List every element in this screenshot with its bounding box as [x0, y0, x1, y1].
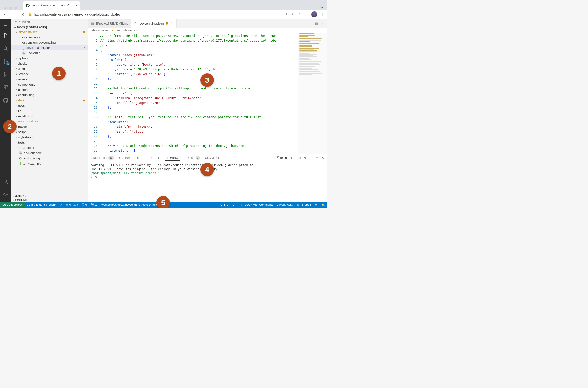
source-control-icon[interactable]: 1 — [0, 56, 11, 67]
tab-ports[interactable]: PORTS 1 — [184, 155, 200, 161]
search-icon[interactable] — [0, 43, 11, 54]
folder-item[interactable]: ›assets — [11, 76, 88, 82]
folder-item[interactable]: ›content — [11, 87, 88, 92]
new-tab-button[interactable]: + — [83, 3, 90, 10]
folder-item[interactable]: ›script — [11, 129, 88, 134]
folder-item[interactable]: ›library-scripts — [11, 34, 88, 40]
language-mode[interactable]: { } JSON with Comments — [238, 203, 275, 206]
file-item[interactable]: {}devcontainer.json5 — [11, 45, 88, 50]
breadcrumbs[interactable]: .devcontainer› {} devcontainer.json› ... — [88, 28, 327, 33]
folder-item[interactable]: ›.husky — [11, 61, 88, 66]
editor-tab[interactable]: {}devcontainer.json5✕ — [131, 19, 176, 27]
folder-item[interactable]: ›contributing — [11, 92, 88, 97]
star-icon[interactable]: ☆ — [298, 12, 301, 16]
new-terminal-button[interactable]: ＋⌄ — [290, 156, 295, 160]
chevron-down-icon: ⌄ — [14, 25, 16, 29]
close-icon[interactable]: ✕ — [171, 22, 173, 25]
spell-indicator[interactable]: ⚠ 6 Spell — [295, 203, 313, 206]
kebab-menu-icon[interactable]: ⋮ — [321, 12, 324, 16]
folder-item[interactable]: ›tests — [11, 140, 88, 145]
close-panel-icon[interactable]: ✕ — [322, 156, 324, 160]
folder-item[interactable]: ›components — [11, 82, 88, 87]
browser-tab[interactable]: devcontainer.json — docs [Cod… ✕ — [23, 1, 80, 10]
maximize-panel-icon[interactable]: ⌃ — [316, 156, 318, 160]
code-line: // - — [100, 43, 298, 48]
folder-item[interactable]: ›data● — [11, 97, 88, 103]
hamburger-menu-icon[interactable]: ☰ — [0, 20, 11, 28]
github-icon[interactable] — [0, 95, 11, 106]
file-icon: $ — [18, 162, 23, 165]
panel-icon[interactable]: ▭ — [305, 12, 307, 16]
remote-indicator[interactable]: ⎇ Codespaces — [0, 202, 25, 208]
folder-item[interactable]: ›stylesheets — [11, 134, 88, 140]
traffic-light-min[interactable] — [9, 7, 12, 10]
radio-icon: 📡 — [91, 203, 94, 206]
tab-close-icon[interactable]: ✕ — [75, 4, 77, 7]
share-icon[interactable]: ⇧ — [291, 12, 294, 16]
modified-count: 5 — [84, 46, 85, 49]
code-editor[interactable]: // For format details, see https://aka.m… — [100, 33, 298, 154]
trash-icon[interactable]: 🗑 — [304, 156, 307, 159]
folder-item[interactable]: ›.github — [11, 55, 88, 61]
sidebar-root[interactable]: ⌄ DOCS [CODESPACES] — [11, 25, 88, 29]
file-item[interactable]: B.babelrc — [11, 145, 88, 150]
timeline-section[interactable]: ›TIMELINE — [11, 198, 88, 202]
address-bar[interactable]: 🔒 https://hubwriter-musical-meme-grx7rgg… — [28, 12, 282, 16]
folder-item[interactable]: ›test-custom-devcontainer — [11, 40, 88, 45]
folder-item[interactable]: ›node_modules — [11, 119, 88, 124]
file-item[interactable]: ⚙.editorconfig — [11, 155, 88, 161]
folder-item[interactable]: ›pages — [11, 124, 88, 129]
folder-item[interactable]: ›lib — [11, 108, 88, 113]
editor-tabs: ▤[Preview] README.md{}devcontainer.json5… — [88, 19, 327, 28]
explorer-icon[interactable] — [0, 30, 11, 41]
run-debug-icon[interactable] — [0, 69, 11, 80]
tab-debug-console[interactable]: DEBUG CONSOLE — [135, 155, 161, 160]
chevron-right-icon: › — [15, 57, 18, 60]
terminal-profile-icon[interactable]: >bash — [276, 156, 287, 160]
traffic-light-close[interactable] — [4, 7, 7, 10]
chevron-right-icon: › — [15, 136, 18, 139]
editor-tab[interactable]: ▤[Preview] README.md — [88, 19, 131, 27]
info-icon: ⓘ — [82, 203, 84, 207]
tab-comments[interactable]: COMMENTS — [205, 155, 222, 160]
tab-problems[interactable]: PROBLEMS 11 — [91, 155, 114, 161]
bell-icon[interactable]: 🔔 — [319, 203, 327, 206]
profile-avatar[interactable] — [311, 11, 318, 18]
layout-indicator[interactable]: Layout: U.S. — [275, 203, 295, 206]
install-icon[interactable]: ⇩ — [285, 12, 288, 16]
ports-indicator[interactable]: 📡1 — [89, 202, 99, 208]
folder-item[interactable]: ⌄.devcontainer● — [11, 29, 88, 34]
branch-indicator[interactable]: ⎇ my-feature-branch* — [25, 202, 58, 208]
file-tree[interactable]: ⌄.devcontainer●›library-scripts›test-cus… — [11, 29, 88, 194]
stop-button[interactable]: ✕ — [20, 11, 25, 17]
traffic-light-max[interactable] — [14, 7, 17, 10]
extensions-icon[interactable] — [0, 82, 11, 93]
forward-button[interactable]: → — [11, 11, 17, 17]
folder-item[interactable]: ›.idea — [11, 66, 88, 71]
chevron-down-icon[interactable]: ⌄ — [319, 4, 325, 10]
more-icon[interactable]: ··· — [321, 22, 324, 25]
account-icon[interactable] — [0, 176, 11, 188]
split-terminal-icon[interactable]: ◫ — [298, 156, 301, 160]
file-item[interactable]: 🐳Dockerfile — [11, 50, 88, 55]
back-button[interactable]: ← — [2, 11, 8, 17]
outline-section[interactable]: ›OUTLINE — [11, 194, 88, 198]
eol-indicator[interactable]: LF — [230, 203, 238, 206]
split-editor-icon[interactable]: ◫ — [315, 22, 318, 25]
more-icon[interactable]: ··· — [310, 156, 313, 159]
folder-item[interactable]: ›middleware — [11, 113, 88, 119]
file-item[interactable]: 🐳.dockerignore — [11, 150, 88, 155]
folder-item[interactable]: ›.vscode — [11, 71, 88, 76]
sidebar-more-icon[interactable]: ··· — [82, 21, 84, 24]
minimap[interactable] — [298, 33, 327, 154]
tab-terminal[interactable]: TERMINAL — [165, 155, 180, 161]
file-item[interactable]: $.env.example — [11, 161, 88, 166]
diagnostics[interactable]: ⊘0 ⚠5 ⓘ6 — [64, 202, 89, 208]
encoding-indicator[interactable]: UTF-8 — [219, 203, 230, 206]
feedback-icon[interactable]: ☺ — [313, 203, 319, 206]
tab-output[interactable]: OUTPUT — [119, 155, 131, 160]
folder-item[interactable]: ›docs — [11, 103, 88, 108]
gear-icon[interactable] — [0, 189, 11, 200]
chevron-right-icon: › — [15, 115, 18, 118]
sync-button[interactable]: ⟳ — [58, 202, 64, 208]
